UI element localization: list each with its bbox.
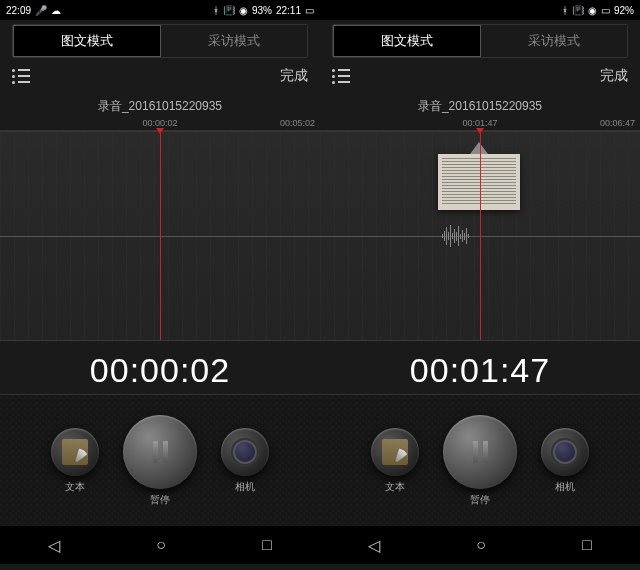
cloud-icon: ☁ [51, 5, 61, 16]
recorder-pane-right: ᚼ 📳 ◉ ▭ 92% 图文模式 采访模式 完成 录音_201610152209… [320, 0, 640, 570]
status-bar: 22:09 🎤 ☁ ᚼ 📳 ◉ 93% 22:11 ▭ [0, 0, 320, 20]
battery-icon: ▭ [601, 5, 610, 16]
done-button[interactable]: 完成 [280, 67, 308, 85]
ruler-end-label: 00:06:47 [600, 118, 635, 128]
tab-interview-mode[interactable]: 采访模式 [481, 25, 627, 57]
playhead-indicator [160, 132, 161, 340]
tab-image-text-mode[interactable]: 图文模式 [333, 25, 481, 57]
battery-pct: 92% [614, 5, 634, 16]
camera-icon [231, 438, 259, 466]
wifi-icon: ◉ [588, 5, 597, 16]
toolbar: 完成 [320, 58, 640, 94]
text-button[interactable]: 文本 [51, 428, 99, 494]
status-bar: ᚼ 📳 ◉ ▭ 92% [320, 0, 640, 20]
nav-home-icon[interactable]: ○ [156, 536, 166, 554]
ruler-mid-label: 00:01:47 [462, 118, 497, 128]
nav-back-icon[interactable]: ◁ [48, 536, 60, 555]
mic-icon: 🎤 [35, 5, 47, 16]
vibrate-icon: 📳 [223, 5, 235, 16]
pencil-icon [382, 439, 408, 465]
control-bar: 文本 暂停 相机 [320, 394, 640, 526]
wifi-icon: ◉ [239, 5, 248, 16]
recording-title: 录音_20161015220935 [320, 94, 640, 117]
done-button[interactable]: 完成 [600, 67, 628, 85]
list-icon[interactable] [12, 69, 30, 84]
text-button[interactable]: 文本 [371, 428, 419, 494]
recorder-pane-left: 22:09 🎤 ☁ ᚼ 📳 ◉ 93% 22:11 ▭ 图文模式 采访模式 完成… [0, 0, 320, 570]
camera-button[interactable]: 相机 [221, 428, 269, 494]
ruler-end-label: 00:05:02 [280, 118, 315, 128]
recording-title: 录音_20161015220935 [0, 94, 320, 117]
mode-tabs: 图文模式 采访模式 [332, 24, 628, 58]
nav-recent-icon[interactable]: □ [582, 536, 592, 554]
status-clock: 22:11 [276, 5, 301, 16]
list-icon[interactable] [332, 69, 350, 84]
vibrate-icon: 📳 [572, 5, 584, 16]
mode-tabs: 图文模式 采访模式 [12, 24, 308, 58]
tab-image-text-mode[interactable]: 图文模式 [13, 25, 161, 57]
battery-pct: 93% [252, 5, 272, 16]
camera-button[interactable]: 相机 [541, 428, 589, 494]
android-navbar: ◁ ○ □ [0, 526, 320, 564]
toolbar: 完成 [0, 58, 320, 94]
waveform-area[interactable] [320, 131, 640, 341]
battery-icon: ▭ [305, 5, 314, 16]
status-time: 22:09 [6, 5, 31, 16]
nav-back-icon[interactable]: ◁ [368, 536, 380, 555]
ruler-mid-label: 00:00:02 [142, 118, 177, 128]
bluetooth-icon: ᚼ [213, 5, 219, 16]
pause-button[interactable]: 暂停 [123, 415, 197, 507]
elapsed-time: 00:01:47 [320, 341, 640, 394]
nav-recent-icon[interactable]: □ [262, 536, 272, 554]
pencil-icon [62, 439, 88, 465]
pause-icon [473, 441, 488, 463]
pause-icon [153, 441, 168, 463]
bluetooth-icon: ᚼ [562, 5, 568, 16]
android-navbar: ◁ ○ □ [320, 526, 640, 564]
waveform-audio [442, 225, 469, 247]
elapsed-time: 00:00:02 [0, 341, 320, 394]
pause-button[interactable]: 暂停 [443, 415, 517, 507]
nav-home-icon[interactable]: ○ [476, 536, 486, 554]
playhead-indicator [480, 132, 481, 340]
tab-interview-mode[interactable]: 采访模式 [161, 25, 307, 57]
control-bar: 文本 暂停 相机 [0, 394, 320, 526]
waveform-area[interactable] [0, 131, 320, 341]
camera-icon [551, 438, 579, 466]
